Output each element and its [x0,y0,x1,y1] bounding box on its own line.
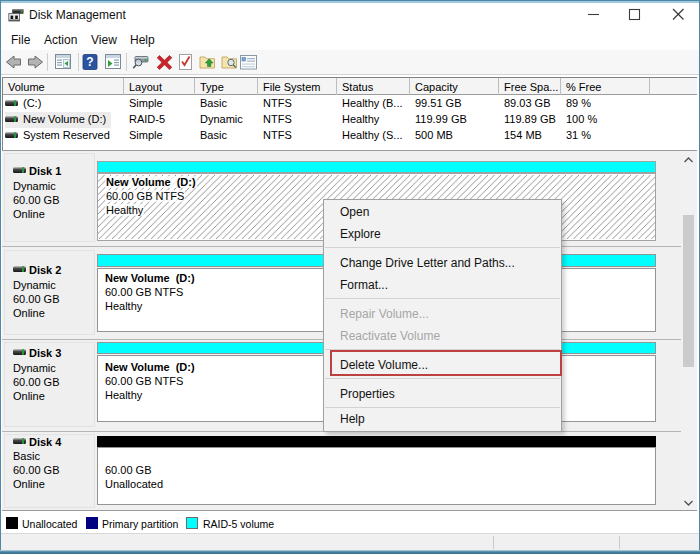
svg-text:?: ? [86,55,93,69]
